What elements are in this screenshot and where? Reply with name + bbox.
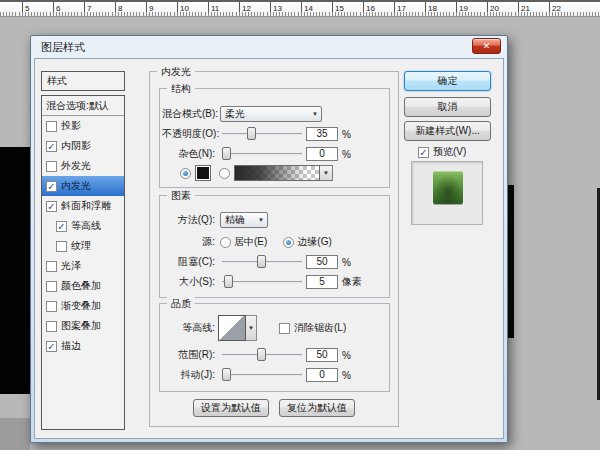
choke-slider-thumb[interactable] [257, 255, 266, 268]
preview-layer-thumbnail [433, 171, 463, 204]
style-effect-checkbox[interactable] [46, 321, 57, 332]
style-effect-checkbox[interactable] [56, 241, 67, 252]
style-effect-checkbox[interactable]: ✓ [46, 141, 57, 152]
styles-panel-header: 样式 [41, 71, 125, 91]
reset-default-button[interactable]: 复位为默认值 [279, 399, 355, 417]
style-item-label: 混合选项:默认 [46, 99, 109, 113]
structure-group: 结构 混合模式(B): 柔光 ▼ 不透明度(O): [159, 88, 390, 188]
ruler-number: 8 [115, 2, 122, 16]
choke-slider[interactable] [222, 254, 302, 270]
styles-list: 混合选项:默认投影✓内阴影外发光✓内发光✓斜面和浮雕✓等高线纹理光泽颜色叠加渐变… [41, 95, 125, 430]
contour-thumbnail[interactable] [218, 315, 246, 341]
opacity-unit: % [342, 129, 351, 140]
elements-group-title: 图素 [167, 189, 195, 203]
noise-slider[interactable] [222, 146, 302, 162]
noise-slider-thumb[interactable] [222, 147, 231, 160]
antialias-checkbox[interactable] [279, 323, 290, 334]
style-effect-checkbox[interactable] [46, 301, 57, 312]
layer-style-dialog: 图层样式 ✕ 样式 混合选项:默认投影✓内阴影外发光✓内发光✓斜面和浮雕✓等高线… [30, 35, 508, 443]
blend-mode-label: 混合模式(B): [162, 107, 218, 121]
panel-title: 内发光 [157, 65, 195, 79]
styles-list-item[interactable]: ✓内阴影 [42, 136, 124, 156]
opacity-input[interactable]: 35 [306, 127, 338, 141]
styles-list-item[interactable]: 混合选项:默认 [42, 96, 124, 116]
range-slider[interactable] [222, 347, 302, 363]
style-item-label: 纹理 [71, 239, 91, 253]
dialog-titlebar[interactable]: 图层样式 ✕ [31, 36, 507, 58]
jitter-slider[interactable] [222, 367, 302, 383]
gradient-bar[interactable] [234, 165, 320, 181]
styles-list-item[interactable]: ✓斜面和浮雕 [42, 196, 124, 216]
noise-label: 杂色(N): [162, 147, 218, 161]
choke-input[interactable]: 50 [306, 255, 338, 269]
photoshop-workspace: 5678910111213141516171819202122 图层样式 ✕ 样… [0, 0, 600, 450]
slider-track [222, 374, 302, 376]
color-radio[interactable] [180, 168, 191, 179]
close-button[interactable]: ✕ [472, 38, 501, 54]
ruler-number: 10 [177, 2, 189, 16]
style-effect-checkbox[interactable] [46, 121, 57, 132]
size-slider-thumb[interactable] [224, 275, 233, 288]
range-slider-thumb[interactable] [257, 348, 266, 361]
opacity-slider-thumb[interactable] [247, 127, 256, 140]
style-effect-checkbox[interactable] [46, 261, 57, 272]
styles-list-item[interactable]: 投影 [42, 116, 124, 136]
blend-mode-select[interactable]: 柔光 ▼ [220, 106, 322, 122]
preview-area [411, 161, 483, 225]
jitter-input[interactable]: 0 [306, 368, 338, 382]
styles-list-item[interactable]: 纹理 [42, 236, 124, 256]
source-edge-label: 边缘(G) [297, 235, 331, 249]
opacity-slider[interactable] [222, 126, 302, 142]
style-item-label: 光泽 [61, 259, 81, 273]
ok-button[interactable]: 确定 [404, 71, 491, 91]
style-item-label: 内阴影 [61, 139, 91, 153]
style-item-label: 渐变叠加 [61, 299, 101, 313]
method-label: 方法(Q): [162, 213, 218, 227]
preview-checkbox[interactable]: ✓ [418, 147, 429, 158]
source-center-radio[interactable] [220, 237, 231, 248]
contour-picker-arrow-icon[interactable]: ▼ [246, 315, 257, 341]
styles-list-item[interactable]: ✓描边 [42, 336, 124, 356]
ruler-number: 20 [487, 2, 499, 16]
source-edge-radio[interactable] [283, 237, 294, 248]
ruler-number: 14 [301, 2, 313, 16]
styles-list-item[interactable]: ✓内发光 [42, 176, 124, 196]
jitter-slider-thumb[interactable] [222, 368, 231, 381]
cancel-button[interactable]: 取消 [404, 97, 491, 117]
style-item-label: 颜色叠加 [61, 279, 101, 293]
styles-list-item[interactable]: 光泽 [42, 256, 124, 276]
styles-list-item[interactable]: 外发光 [42, 156, 124, 176]
noise-unit: % [342, 149, 351, 160]
noise-input[interactable]: 0 [306, 147, 338, 161]
slider-track [222, 153, 302, 155]
styles-list-item[interactable]: ✓等高线 [42, 216, 124, 236]
canvas-image-left [0, 147, 30, 394]
style-effect-checkbox[interactable] [46, 281, 57, 292]
style-effect-checkbox[interactable]: ✓ [46, 181, 57, 192]
glow-color-swatch[interactable] [195, 165, 211, 181]
styles-list-item[interactable]: 颜色叠加 [42, 276, 124, 296]
slider-track [222, 133, 302, 135]
method-select[interactable]: 精确 ▼ [220, 212, 268, 228]
size-input[interactable]: 5 [306, 275, 338, 289]
style-effect-checkbox[interactable] [46, 161, 57, 172]
chevron-down-icon: ▼ [255, 217, 267, 223]
styles-list-item[interactable]: 渐变叠加 [42, 296, 124, 316]
blend-mode-value: 柔光 [221, 107, 309, 121]
style-effect-checkbox[interactable]: ✓ [46, 341, 57, 352]
contour-label: 等高线: [162, 321, 218, 335]
source-label: 源: [162, 235, 218, 249]
new-style-button[interactable]: 新建样式(W)... [404, 121, 491, 141]
gradient-picker-arrow-icon[interactable]: ▼ [320, 165, 333, 181]
elements-group: 图素 方法(Q): 精确 ▼ 源: 居中(E) 边缘(G) [159, 195, 390, 298]
ruler-number: 12 [239, 2, 251, 16]
styles-list-item[interactable]: 图案叠加 [42, 316, 124, 336]
ruler-number: 15 [332, 2, 344, 16]
range-input[interactable]: 50 [306, 348, 338, 362]
ruler-number: 6 [53, 2, 60, 16]
gradient-radio[interactable] [219, 168, 230, 179]
set-default-button[interactable]: 设置为默认值 [193, 399, 269, 417]
size-slider[interactable] [222, 274, 302, 290]
style-effect-checkbox[interactable]: ✓ [56, 221, 67, 232]
style-effect-checkbox[interactable]: ✓ [46, 201, 57, 212]
